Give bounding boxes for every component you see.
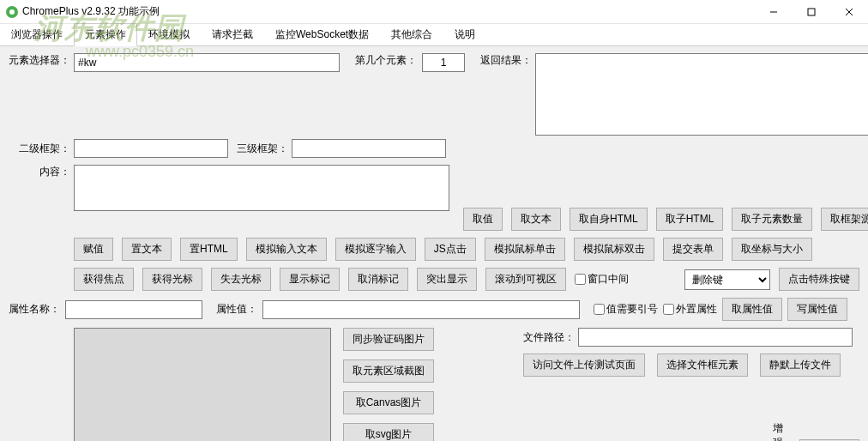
tab-env[interactable]: 环境模拟 [137, 23, 201, 45]
selector-input[interactable] [74, 53, 340, 72]
get-rect-button[interactable]: 取坐标与大小 [732, 238, 812, 261]
show-mark-button[interactable]: 显示标记 [280, 268, 340, 291]
sim-input-button[interactable]: 模拟输入文本 [246, 238, 327, 261]
tab-request[interactable]: 请求拦截 [201, 23, 264, 45]
key-select[interactable]: 删除键 [684, 269, 770, 290]
result-label: 返回结果： [480, 53, 532, 68]
js-click-button[interactable]: JS点击 [425, 238, 476, 261]
image-preview [74, 328, 331, 441]
get-child-count-button[interactable]: 取子元素数量 [732, 208, 812, 231]
nth-label: 第几个元素： [355, 53, 417, 68]
get-text-button[interactable]: 取文本 [511, 208, 561, 231]
window-center-checkbox[interactable]: 窗口中间 [575, 272, 629, 287]
get-attr-button[interactable]: 取属性值 [722, 298, 782, 321]
main-panel: 元素选择器： 第几个元素： 返回结果： 二级框架： 三级框架： 内容： 取值 取… [0, 46, 868, 441]
result-textarea[interactable] [535, 53, 868, 136]
get-own-html-button[interactable]: 取自身HTML [570, 208, 648, 231]
frame2-label: 二级框架： [19, 142, 70, 154]
sync-captcha-button[interactable]: 同步验证码图片 [343, 328, 434, 351]
get-canvas-img-button[interactable]: 取Canvas图片 [343, 391, 434, 414]
press-special-key-button[interactable]: 点击特殊按键 [779, 268, 859, 291]
tab-help[interactable]: 说明 [443, 23, 486, 45]
attr-name-label: 属性名称： [9, 302, 60, 317]
cancel-mark-button[interactable]: 取消标记 [348, 268, 408, 291]
frame3-input[interactable] [292, 139, 446, 158]
need-quote-checkbox[interactable]: 值需要引号 [594, 302, 658, 317]
sim-type-each-button[interactable]: 模拟逐字输入 [335, 238, 416, 261]
lose-focus-button[interactable]: 失去光标 [211, 268, 271, 291]
select-file-element-button[interactable]: 选择文件框元素 [657, 353, 748, 377]
sim-single-click-button[interactable]: 模拟鼠标单击 [485, 238, 565, 261]
frame3-label: 三级框架： [237, 142, 288, 156]
submit-form-button[interactable]: 提交表单 [663, 238, 723, 261]
get-cursor-button[interactable]: 获得光标 [142, 268, 202, 291]
get-focus-button[interactable]: 获得焦点 [74, 268, 134, 291]
window-title: ChromePlus v2.9.32 功能示例 [22, 4, 160, 19]
tab-browser[interactable]: 浏览器操作 [0, 23, 74, 45]
silent-upload-button[interactable]: 静默上传文件 [760, 353, 841, 377]
enhanced-mode-checkbox[interactable]: 增强模式 [760, 421, 787, 441]
maximize-button[interactable] [793, 0, 830, 24]
get-child-html-button[interactable]: 取子HTML [656, 208, 724, 231]
highlight-button[interactable]: 突出显示 [417, 268, 477, 291]
attr-name-input[interactable] [65, 300, 202, 319]
file-path-label: 文件路径： [523, 330, 575, 345]
external-attr-checkbox[interactable]: 外置属性 [663, 302, 717, 317]
frame2-input[interactable] [74, 139, 228, 158]
app-icon [5, 5, 19, 19]
nth-input[interactable] [422, 53, 465, 72]
get-area-shot-button[interactable]: 取元素区域截图 [343, 359, 434, 383]
minimize-button[interactable] [755, 0, 793, 24]
content-textarea[interactable] [74, 165, 449, 211]
set-attr-button[interactable]: 写属性值 [787, 298, 847, 321]
scroll-into-view-button[interactable]: 滚动到可视区 [485, 268, 566, 291]
titlebar: ChromePlus v2.9.32 功能示例 [0, 0, 868, 24]
tab-other[interactable]: 其他综合 [380, 23, 443, 45]
file-path-input[interactable] [578, 328, 853, 347]
get-frame-source-button[interactable]: 取框架源码 [821, 208, 868, 231]
set-html-button[interactable]: 置HTML [180, 238, 238, 261]
selector-label: 元素选择器： [9, 53, 70, 68]
tab-websocket[interactable]: 监控WebSocket数据 [264, 23, 380, 45]
visit-upload-test-button[interactable]: 访问文件上传测试页面 [523, 353, 645, 377]
attr-value-label: 属性值： [216, 302, 257, 317]
attr-value-input[interactable] [262, 300, 580, 319]
content-label: 内容： [39, 166, 70, 178]
close-button[interactable] [830, 0, 868, 24]
svg-point-1 [9, 9, 15, 15]
svg-rect-3 [808, 9, 815, 15]
sim-double-click-button[interactable]: 模拟鼠标双击 [574, 238, 654, 261]
set-text-button[interactable]: 置文本 [122, 238, 172, 261]
tab-element[interactable]: 元素操作 [74, 23, 137, 46]
set-value-button[interactable]: 赋值 [74, 238, 113, 261]
get-value-button[interactable]: 取值 [463, 208, 503, 231]
tab-bar: 浏览器操作 元素操作 环境模拟 请求拦截 监控WebSocket数据 其他综合 … [0, 24, 868, 46]
